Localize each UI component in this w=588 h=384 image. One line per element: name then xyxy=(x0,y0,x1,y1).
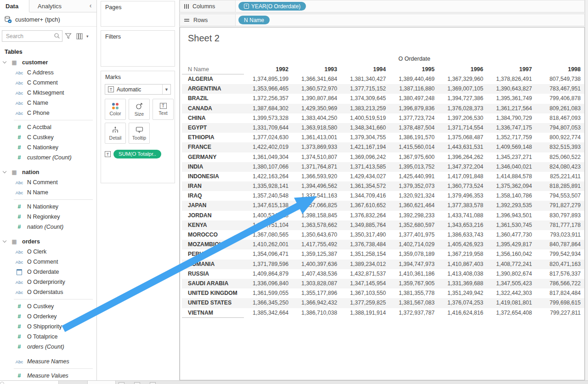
value-cell[interactable]: 1,360,572,970 xyxy=(293,84,341,94)
value-cell[interactable]: 1,380,107,066 xyxy=(244,162,293,172)
year-column-header[interactable]: 1996 xyxy=(439,65,487,74)
value-cell[interactable]: 1,379,496,353 xyxy=(439,191,487,201)
row-header-cell[interactable]: RUSSIA xyxy=(182,269,244,279)
value-cell[interactable]: 1,337,541,163 xyxy=(293,191,341,201)
value-cell[interactable]: 1,375,362,094 xyxy=(487,181,536,191)
sidebar-field-item[interactable]: C Address xyxy=(0,68,96,78)
value-cell[interactable]: 1,347,145,954 xyxy=(341,279,390,288)
value-cell[interactable]: 1,372,256,357 xyxy=(244,94,293,103)
mark-type-dropdown[interactable]: T Automatic ▼ xyxy=(105,84,171,95)
value-cell[interactable]: 799,406,878 xyxy=(536,94,585,103)
value-cell[interactable]: 1,335,928,141 xyxy=(244,181,293,191)
value-cell[interactable]: 781,777,178 xyxy=(536,220,585,230)
value-cell[interactable]: 1,407,438,536 xyxy=(293,269,341,279)
value-cell[interactable]: 1,429,434,027 xyxy=(341,172,390,181)
row-header-cell[interactable]: MOZAMBIQUE xyxy=(182,240,244,249)
value-cell[interactable]: 1,320,921,324 xyxy=(390,191,439,201)
value-cell[interactable]: 1,405,426,923 xyxy=(439,240,487,249)
size-button[interactable]: Size xyxy=(129,99,150,120)
value-cell[interactable]: 786,566,722 xyxy=(536,279,585,288)
year-column-header[interactable]: 1998 xyxy=(536,65,585,74)
value-cell[interactable]: 1,349,885,764 xyxy=(341,220,390,230)
value-cell[interactable]: 1,352,680,597 xyxy=(390,220,439,230)
value-cell[interactable]: 1,400,524,228 xyxy=(244,211,293,220)
value-cell[interactable]: 1,366,942,432 xyxy=(293,298,341,308)
value-cell[interactable]: 1,377,401,975 xyxy=(390,230,439,240)
value-cell[interactable]: 1,380,497,248 xyxy=(390,94,439,103)
value-cell[interactable]: 794,553,507 xyxy=(536,191,585,201)
row-header-cell[interactable]: CANADA xyxy=(182,104,244,113)
value-cell[interactable]: 1,400,519,519 xyxy=(341,113,390,123)
value-cell[interactable]: 1,373,869,933 xyxy=(293,142,341,152)
value-cell[interactable]: 1,395,429,817 xyxy=(487,240,536,249)
view-data-grid-icon[interactable] xyxy=(76,33,84,40)
value-cell[interactable]: 1,348,341,660 xyxy=(341,123,390,133)
new-story-icon[interactable] xyxy=(150,382,156,384)
value-cell[interactable]: 1,331,709,644 xyxy=(244,123,293,133)
row-header-cell[interactable]: UNITED KINGDOM xyxy=(182,288,244,298)
sidebar-field-item[interactable] xyxy=(14,368,93,369)
value-cell[interactable]: 818,467,093 xyxy=(536,113,585,123)
sidebar-field-item[interactable]: C Mktsegment xyxy=(0,88,96,98)
value-cell[interactable]: 1,371,789,596 xyxy=(244,260,293,269)
value-cell[interactable]: 832,515,393 xyxy=(536,142,585,152)
value-cell[interactable]: 799,698,615 xyxy=(536,298,585,308)
value-cell[interactable]: 1,417,755,492 xyxy=(293,240,341,249)
value-cell[interactable]: 1,366,345,250 xyxy=(244,298,293,308)
value-cell[interactable]: 1,367,975,600 xyxy=(390,152,439,162)
row-header-cell[interactable]: FRANCE xyxy=(182,142,244,152)
sidebar-field-item[interactable]: customer xyxy=(0,57,96,68)
value-cell[interactable]: 1,383,213,259 xyxy=(341,104,390,113)
value-cell[interactable]: 1,384,790,729 xyxy=(487,113,536,123)
pill-expand-icon[interactable]: + xyxy=(244,4,249,9)
value-cell[interactable]: 1,432,871,537 xyxy=(341,269,390,279)
value-cell[interactable]: 1,375,068,487 xyxy=(439,133,487,142)
value-cell[interactable]: 1,376,074,253 xyxy=(439,298,487,308)
value-cell[interactable]: 1,345,237,271 xyxy=(487,152,536,162)
value-cell[interactable]: 1,350,643,670 xyxy=(293,230,341,240)
sidebar-field-item[interactable] xyxy=(14,199,93,200)
row-header-cell[interactable]: ETHIOPIA xyxy=(182,133,244,142)
value-cell[interactable]: 1,363,578,662 xyxy=(293,220,341,230)
sheet-title[interactable]: Sheet 2 xyxy=(188,33,220,44)
value-cell[interactable]: 1,303,828,087 xyxy=(293,279,341,288)
value-cell[interactable]: 1,399,573,328 xyxy=(244,113,293,123)
value-cell[interactable]: 820,471,163 xyxy=(536,260,585,269)
row-header-cell[interactable]: BRAZIL xyxy=(182,94,244,103)
value-cell[interactable]: 1,392,293,535 xyxy=(487,201,536,210)
value-cell[interactable]: 1,360,621,464 xyxy=(390,201,439,210)
column-group-header[interactable]: O Orderdate xyxy=(244,56,585,62)
value-cell[interactable]: 1,408,772,241 xyxy=(487,260,536,269)
value-cell[interactable]: 1,386,633,743 xyxy=(439,230,487,240)
pages-shelf[interactable]: Pages xyxy=(101,1,175,27)
value-cell[interactable]: 1,385,342,664 xyxy=(244,308,293,318)
value-cell[interactable]: 1,397,206,530 xyxy=(439,113,487,123)
value-cell[interactable]: 1,347,372,204 xyxy=(439,162,487,172)
value-cell[interactable]: 1,378,826,491 xyxy=(487,74,536,84)
value-cell[interactable]: 1,389,234,012 xyxy=(341,260,390,269)
value-cell[interactable]: 1,361,599,055 xyxy=(244,288,293,298)
value-cell[interactable]: 1,361,049,304 xyxy=(244,152,293,162)
sidebar-field-item[interactable]: customer (Count) xyxy=(0,152,96,163)
value-cell[interactable]: 1,392,298,233 xyxy=(390,211,439,220)
sidebar-field-item[interactable]: C Nationkey xyxy=(0,142,96,152)
value-cell[interactable]: 1,346,040,021 xyxy=(487,162,536,172)
value-cell[interactable]: 1,419,081,801 xyxy=(487,298,536,308)
value-cell[interactable]: 1,376,738,484 xyxy=(341,240,390,249)
value-cell[interactable]: 1,356,160,042 xyxy=(487,249,536,259)
detail-button[interactable]: Detail xyxy=(105,123,126,144)
value-cell[interactable]: 1,410,867,403 xyxy=(439,260,487,269)
value-cell[interactable]: 1,351,249,942 xyxy=(439,288,487,298)
row-header-cell[interactable]: ROMANIA xyxy=(182,260,244,269)
sidebar-field-item[interactable]: O Orderdate xyxy=(0,267,96,277)
value-cell[interactable]: 800,922,774 xyxy=(536,133,585,142)
value-cell[interactable]: 1,359,767,905 xyxy=(390,279,439,288)
color-button[interactable]: Color xyxy=(105,99,126,120)
value-cell[interactable]: 1,433,741,088 xyxy=(439,211,487,220)
value-cell[interactable]: 1,361,217,564 xyxy=(487,104,536,113)
row-header-cell[interactable]: PERU xyxy=(182,249,244,259)
sidebar-field-item[interactable]: orders (Count) xyxy=(0,342,96,352)
value-cell[interactable]: 1,398,158,845 xyxy=(293,211,341,220)
sidebar-field-item[interactable]: O Shippriority xyxy=(0,322,96,332)
rows-shelf[interactable]: Rows N Name xyxy=(180,14,585,26)
